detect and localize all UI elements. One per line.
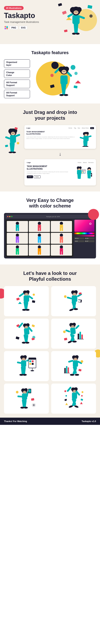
svg-rect-123 bbox=[38, 248, 41, 252]
svg-rect-220 bbox=[32, 363, 34, 365]
ps-mockup: Taskapto.psd @ 100% bbox=[4, 213, 96, 258]
svg-rect-125 bbox=[40, 251, 41, 255]
svg-rect-103 bbox=[60, 224, 63, 228]
ps-toolbar: Taskapto.psd @ 100% bbox=[5, 214, 95, 218]
svg-rect-276 bbox=[64, 399, 67, 401]
svg-rect-208 bbox=[21, 360, 26, 367]
svg-rect-46 bbox=[74, 86, 78, 88]
svg-rect-190 bbox=[65, 330, 70, 333]
mockup-nav-top: Home Tag Nav About Now bbox=[68, 127, 89, 129]
svg-rect-86 bbox=[83, 172, 84, 173]
illus-3 bbox=[14, 322, 38, 346]
ps-thumb-8 bbox=[29, 244, 50, 256]
svg-point-255 bbox=[20, 406, 24, 408]
svg-rect-179 bbox=[32, 324, 35, 327]
ps-thumb-1 bbox=[7, 221, 28, 232]
svg-rect-84 bbox=[83, 171, 84, 172]
svg-point-280 bbox=[65, 395, 67, 396]
svg-point-42 bbox=[63, 71, 64, 72]
svg-point-114 bbox=[60, 234, 63, 237]
svg-rect-95 bbox=[16, 224, 19, 228]
pink-deco-circle bbox=[88, 209, 99, 220]
feature-item-3: All FormatSupport bbox=[4, 80, 30, 88]
mockup-illus-top bbox=[78, 131, 94, 147]
dragdrop-section: Just Drag and drop intoyour projects bbox=[0, 104, 100, 192]
svg-rect-99 bbox=[38, 224, 41, 228]
color-values: #FF14 R:255 bbox=[74, 238, 95, 240]
svg-point-187 bbox=[72, 326, 72, 327]
svg-rect-241 bbox=[78, 369, 81, 371]
svg-rect-0 bbox=[4, 26, 6, 28]
svg-point-118 bbox=[16, 246, 19, 248]
footer: Thanks! For Watching Taskapto v1.0 bbox=[0, 418, 100, 425]
svg-rect-127 bbox=[60, 248, 63, 252]
svg-point-188 bbox=[73, 326, 74, 327]
svg-rect-249 bbox=[17, 396, 22, 398]
svg-point-195 bbox=[72, 341, 77, 342]
svg-rect-68 bbox=[80, 137, 84, 139]
ps-thumb-5 bbox=[29, 233, 50, 244]
ps-content: #FF14 R:255 G:20 B:147 bbox=[5, 220, 95, 257]
svg-point-62 bbox=[17, 142, 19, 144]
svg-rect-107 bbox=[16, 236, 19, 240]
svg-point-150 bbox=[73, 293, 76, 296]
svg-point-51 bbox=[12, 133, 13, 134]
svg-point-273 bbox=[74, 405, 79, 408]
svg-rect-198 bbox=[81, 334, 83, 339]
mockup-btn-top: Btn bbox=[90, 127, 94, 129]
svg-point-200 bbox=[63, 330, 66, 333]
mockup-title-bottom: TASK MANAGEMENTILLUSTRATIONS bbox=[27, 165, 72, 170]
svg-rect-258 bbox=[31, 398, 34, 400]
svg-rect-171 bbox=[24, 328, 30, 335]
ps-thumb-6 bbox=[51, 233, 72, 244]
nav-item-1: Home bbox=[68, 127, 72, 129]
color-section: Very Easy to Changewith color scheme Tas… bbox=[0, 192, 100, 265]
svg-rect-180 bbox=[16, 336, 19, 340]
svg-rect-191 bbox=[75, 324, 80, 329]
mockup-nav-bottom: Home About Services bbox=[78, 162, 94, 163]
mockup-content-top: TASK MANAGEMENTILLUSTRATIONS Lorem ipsum… bbox=[26, 131, 94, 147]
illustration-card-1 bbox=[4, 286, 49, 316]
svg-rect-236 bbox=[64, 368, 66, 373]
svg-rect-22 bbox=[62, 11, 67, 15]
color-title: Very Easy to Changewith color scheme bbox=[4, 198, 96, 209]
svg-rect-69 bbox=[87, 135, 92, 138]
svg-point-240 bbox=[81, 360, 83, 363]
mockup-illustration-bottom bbox=[74, 165, 94, 183]
svg-point-151 bbox=[73, 294, 74, 294]
features-title: Taskapto features bbox=[4, 50, 96, 55]
svg-point-59 bbox=[12, 152, 16, 153]
svg-rect-201 bbox=[64, 338, 67, 340]
features-illustration bbox=[32, 59, 96, 100]
svg-point-176 bbox=[22, 342, 26, 344]
illus-4 bbox=[62, 322, 86, 346]
illustration-card-2 bbox=[51, 286, 96, 316]
svg-point-106 bbox=[16, 234, 19, 237]
svg-point-227 bbox=[74, 358, 75, 359]
feature-item-4: All FormatSupport bbox=[4, 90, 30, 98]
svg-point-246 bbox=[23, 392, 24, 392]
feature-item-2: ChangeColor bbox=[4, 70, 30, 78]
svg-point-98 bbox=[38, 222, 41, 225]
thumb-char-8 bbox=[35, 245, 43, 256]
svg-rect-112 bbox=[38, 239, 39, 243]
svg-point-170 bbox=[27, 326, 28, 328]
mockup-body-bottom: Lorem ipsum dolor sit amet consectetur a… bbox=[27, 171, 72, 174]
illustration-card-7 bbox=[4, 384, 49, 414]
ps-dot-red bbox=[7, 216, 8, 217]
nav-item-b2: About bbox=[83, 162, 87, 163]
svg-point-222 bbox=[30, 370, 34, 371]
svg-point-135 bbox=[27, 294, 28, 294]
illus-6 bbox=[62, 354, 86, 378]
svg-rect-8 bbox=[64, 30, 68, 32]
svg-point-43 bbox=[64, 71, 65, 72]
svg-rect-6 bbox=[58, 3, 62, 6]
svg-point-205 bbox=[22, 358, 25, 361]
svg-rect-189 bbox=[70, 328, 76, 334]
svg-rect-196 bbox=[78, 334, 79, 339]
thumb-char-7 bbox=[13, 245, 21, 256]
ps-thumb-2 bbox=[29, 221, 50, 232]
svg-point-275 bbox=[82, 391, 83, 393]
svg-point-247 bbox=[25, 392, 26, 392]
thumb-char-1 bbox=[13, 221, 21, 232]
